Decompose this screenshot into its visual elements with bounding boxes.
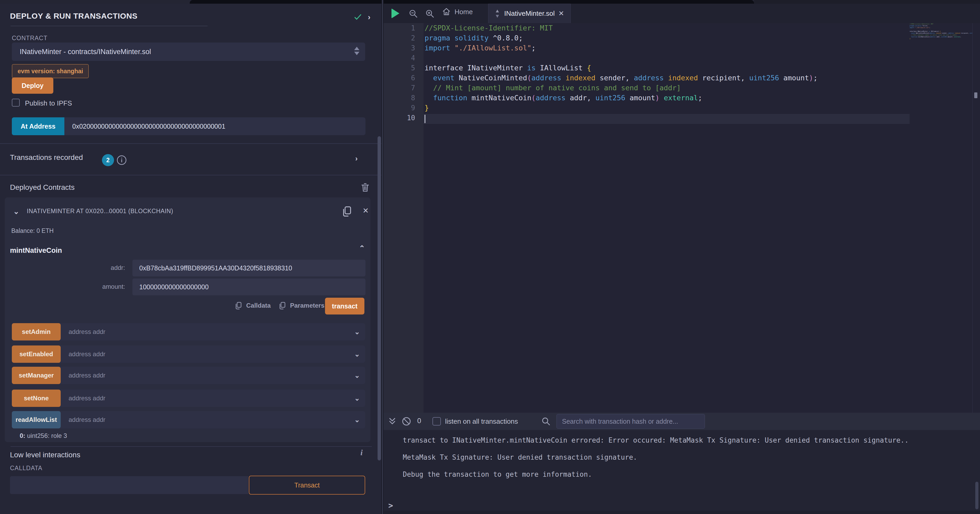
expand-args-chevron-icon[interactable]: ⌄ xyxy=(354,394,365,403)
evm-version-badge: evm version: shanghai xyxy=(12,64,89,78)
transact-button[interactable]: transact xyxy=(325,298,364,314)
setadmin-arg-placeholder[interactable]: address addr xyxy=(61,328,354,335)
listen-transactions-label: listen on all transactions xyxy=(445,417,518,425)
transactions-count-badge: 2 xyxy=(102,154,114,166)
low-level-calldata-input[interactable] xyxy=(10,476,248,494)
code-editor: Home INativeMinter.sol ✕ //SPDX-License-… xyxy=(383,4,980,412)
home-icon xyxy=(442,7,451,16)
terminal-search-input[interactable] xyxy=(557,414,705,429)
function-row: setEnabled address addr ⌄ xyxy=(12,346,365,363)
line-number: 1 xyxy=(383,23,415,33)
line-number: 4 xyxy=(383,53,415,63)
panel-resize-handle[interactable] xyxy=(382,0,383,514)
tab-inativeminter-sol[interactable]: INativeMinter.sol ✕ xyxy=(488,4,571,23)
transactions-expand-chevron-icon[interactable]: › xyxy=(355,154,358,163)
contract-balance: Balance: 0 ETH xyxy=(11,227,54,235)
readallowlist-arg-placeholder[interactable]: address addr xyxy=(61,416,354,424)
remix-ide-window: DEPLOY & RUN TRANSACTIONS › CONTRACT INa… xyxy=(0,0,980,514)
function-row: readAllowList address addr ⌄ xyxy=(12,411,365,428)
low-level-transact-button[interactable]: Transact xyxy=(249,476,365,495)
line-number: 5 xyxy=(383,63,415,73)
function-row: setAdmin address addr ⌄ xyxy=(12,323,365,341)
expand-args-chevron-icon[interactable]: ⌄ xyxy=(354,350,365,359)
call-result: 0: uint256: role 3 xyxy=(20,432,67,439)
terminal: 0 listen on all transactions transact to… xyxy=(383,412,980,514)
terminal-prompt[interactable]: > xyxy=(388,501,393,510)
code-line: //SPDX-License-Identifier: MIT xyxy=(425,23,553,33)
code-line: event NativeCoinMinted(address indexed s… xyxy=(425,73,818,83)
text-cursor xyxy=(425,115,425,123)
terminal-log-line: transact to INativeMinter.mintNativeCoin… xyxy=(403,436,908,444)
contract-select-value: INativeMinter - contracts/INativeMinter.… xyxy=(20,48,151,56)
code-content[interactable]: //SPDX-License-Identifier: MITpragma sol… xyxy=(423,23,980,412)
amount-arg-input[interactable] xyxy=(132,279,366,295)
code-line: // Mint [amount] number of native coins … xyxy=(425,83,681,93)
tab-home[interactable]: Home xyxy=(442,7,473,16)
line-number: 6 xyxy=(383,73,415,83)
terminal-toolbar: 0 listen on all transactions xyxy=(383,412,980,430)
low-level-title: Low level interactions xyxy=(10,451,80,459)
transactions-recorded-label: Transactions recorded xyxy=(10,153,83,162)
clear-console-ban-icon[interactable] xyxy=(401,416,412,426)
copy-icon xyxy=(235,301,242,310)
setnone-arg-placeholder[interactable]: address addr xyxy=(61,395,354,402)
trash-icon[interactable] xyxy=(361,182,370,193)
window-top-strip xyxy=(0,0,980,4)
terminal-log-line: Debug the transaction to get more inform… xyxy=(403,470,592,478)
deployed-contract-title: INATIVEMINTER AT 0X020...00001 (BLOCKCHA… xyxy=(27,208,173,215)
zoom-out-icon[interactable] xyxy=(409,9,418,18)
terminal-scrollbar[interactable] xyxy=(975,482,978,509)
at-address-button[interactable]: At Address xyxy=(12,117,64,135)
readallowlist-button[interactable]: readAllowList xyxy=(12,411,61,428)
amount-arg-label: amount: xyxy=(10,283,125,290)
mintnativecoin-label: mintNativeCoin xyxy=(10,246,62,255)
code-line: import "./IAllowList.sol"; xyxy=(425,43,536,53)
editor-tabbar: Home INativeMinter.sol ✕ xyxy=(383,4,980,23)
deploy-button[interactable]: Deploy xyxy=(12,78,53,94)
at-address-input[interactable] xyxy=(64,117,366,135)
panel-collapse-chevron-icon[interactable]: › xyxy=(368,13,371,22)
expand-args-chevron-icon[interactable]: ⌄ xyxy=(354,416,365,424)
setenabled-button[interactable]: setEnabled xyxy=(12,346,61,363)
parameters-copy-action[interactable]: Parameters xyxy=(278,301,325,310)
code-line: function mintNativeCoin(address addr, ui… xyxy=(425,93,702,103)
code-line: } xyxy=(425,103,429,113)
publish-ipfs-label: Publish to IPFS xyxy=(25,99,72,107)
setnone-button[interactable]: setNone xyxy=(12,390,61,407)
close-tab-icon[interactable]: ✕ xyxy=(558,10,564,17)
collapse-function-chevron-icon[interactable]: ⌃ xyxy=(359,244,365,252)
expand-args-chevron-icon[interactable]: ⌄ xyxy=(354,328,365,336)
contract-expand-chevron-icon[interactable]: ⌄ xyxy=(13,207,19,216)
contract-label: CONTRACT xyxy=(12,35,48,42)
remove-contract-icon[interactable]: ✕ xyxy=(363,206,369,215)
pending-tx-count: 0 xyxy=(417,417,421,425)
listen-transactions-checkbox[interactable] xyxy=(433,417,441,425)
addr-arg-input[interactable] xyxy=(132,260,366,276)
setmanager-button[interactable]: setManager xyxy=(12,367,61,384)
expand-terminal-chevrons-icon[interactable] xyxy=(387,416,397,426)
copy-icon xyxy=(278,301,286,310)
deployed-contracts-label: Deployed Contracts xyxy=(10,183,75,192)
calldata-copy-action[interactable]: Calldata xyxy=(235,301,270,310)
setenabled-arg-placeholder[interactable]: address addr xyxy=(61,351,354,358)
expand-args-chevron-icon[interactable]: ⌄ xyxy=(354,371,365,379)
publish-ipfs-checkbox[interactable] xyxy=(12,99,20,106)
code-line: pragma solidity ^0.8.0; xyxy=(425,33,523,43)
setmanager-arg-placeholder[interactable]: address addr xyxy=(61,372,354,379)
setadmin-button[interactable]: setAdmin xyxy=(12,323,61,341)
compile-success-check-icon xyxy=(353,12,363,22)
solidity-icon xyxy=(494,9,501,18)
left-panel-scrollbar[interactable] xyxy=(377,136,381,460)
line-number: 10 xyxy=(383,113,415,123)
line-number: 2 xyxy=(383,33,415,43)
minimap[interactable]: //SPDX-License-Identifier: MITpragma sol… xyxy=(910,23,973,412)
code-line: interface INativeMinter is IAllowList { xyxy=(425,63,591,73)
contract-select[interactable]: INativeMinter - contracts/INativeMinter.… xyxy=(12,43,365,61)
transactions-info-icon[interactable] xyxy=(116,155,127,165)
select-arrows-icon xyxy=(354,47,360,55)
zoom-in-icon[interactable] xyxy=(425,9,434,18)
low-level-info-icon[interactable]: i xyxy=(361,448,363,457)
copy-address-icon[interactable] xyxy=(342,205,353,217)
panel-title: DEPLOY & RUN TRANSACTIONS xyxy=(10,11,137,21)
run-script-play-icon[interactable] xyxy=(391,8,399,18)
